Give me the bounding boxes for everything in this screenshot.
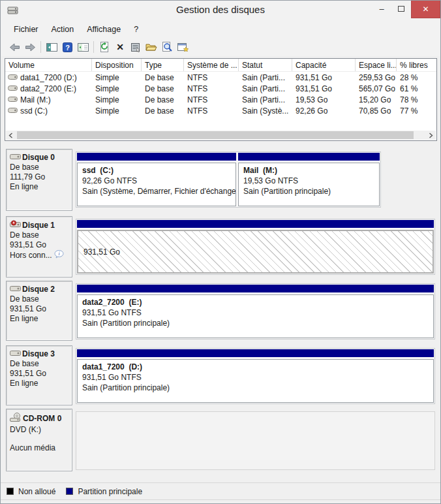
- volume-icon: [8, 73, 18, 82]
- partition-name: data2_7200 (E:): [82, 297, 429, 307]
- disk-status: En ligne: [10, 314, 69, 324]
- help-icon[interactable]: ?: [59, 39, 75, 55]
- partition-name: Mail (M:): [243, 165, 374, 176]
- disk0-band: ssd (C:) 92,26 Go NTFS Sain (Système, Dé…: [76, 151, 381, 208]
- toolbar-separator: [40, 41, 41, 53]
- partition-data2[interactable]: data2_7200 (E:) 931,51 Go NTFS Sain (Par…: [77, 285, 434, 338]
- disk1-info-panel[interactable]: Disque 1 De base 931,51 Go Hors conn...i: [6, 216, 72, 277]
- close-button[interactable]: ✕: [411, 1, 440, 18]
- disk-icon: [10, 349, 21, 359]
- partition-mail[interactable]: Mail (M:) 19,53 Go NTFS Sain (Partition …: [238, 153, 380, 206]
- disk-size: 931,51 Go: [10, 369, 69, 379]
- partition-status: Sain (Système, Démarrer, Fichier d'échan…: [82, 186, 231, 197]
- disk-type: De base: [10, 163, 69, 172]
- table-row[interactable]: Mail (M:) Simple De base NTFS Sain (Part…: [5, 94, 436, 105]
- table-row[interactable]: data1_7200 (D:) Simple De base NTFS Sain…: [5, 72, 436, 83]
- disk-management-window: Gestion des disques – ✕ Fichier Action A…: [0, 0, 441, 504]
- properties-icon[interactable]: [128, 39, 144, 55]
- disk-row-2: Disque 2 De base 931,51 Go En ligne data…: [6, 281, 435, 341]
- partition-size: 931,51 Go NTFS: [82, 307, 429, 318]
- disk-size: 931,51 Go: [10, 304, 69, 314]
- partition-type-strip: [77, 349, 434, 357]
- info-bubble-icon[interactable]: i: [54, 250, 64, 261]
- table-row[interactable]: ssd (C:) Simple De base NTFS Sain (Systè…: [5, 105, 436, 116]
- primary-partition-swatch: [66, 488, 73, 495]
- disk3-info-panel[interactable]: Disque 3 De base 931,51 Go En ligne: [6, 345, 72, 405]
- menu-bar: Fichier Action Affichage ?: [1, 21, 440, 38]
- legend-unallocated: Non alloué: [7, 487, 55, 496]
- minimize-button[interactable]: –: [372, 1, 391, 16]
- unallocated-swatch: [7, 488, 14, 495]
- menu-action[interactable]: Action: [45, 23, 81, 36]
- partition-status: Sain (Partition principale): [243, 186, 374, 197]
- refresh-icon[interactable]: [97, 39, 112, 55]
- horizontal-scrollbar[interactable]: [6, 131, 436, 140]
- disk-icon: [10, 153, 21, 163]
- cdrom-name: CD-ROM 0: [23, 414, 61, 424]
- cdrom-empty-area: [76, 411, 435, 470]
- cdrom-info-panel[interactable]: CD-ROM 0 DVD (K:) Aucun média: [6, 409, 72, 471]
- disk0-info-panel[interactable]: Disque 0 De base 111,79 Go En ligne: [6, 149, 72, 211]
- cdrom-drive-letter: DVD (K:): [10, 425, 69, 435]
- maximize-icon: [398, 6, 404, 12]
- menu-affichage[interactable]: Affichage: [80, 23, 127, 36]
- menu-help[interactable]: ?: [127, 23, 145, 36]
- back-icon[interactable]: [7, 39, 22, 55]
- partition-size: 931,51 Go NTFS: [82, 372, 429, 383]
- volume-icon: [8, 95, 18, 104]
- disk-type: De base: [10, 359, 69, 369]
- col-statut[interactable]: Statut: [239, 59, 292, 71]
- partition-ssd[interactable]: ssd (C:) 92,26 Go NTFS Sain (Système, Dé…: [77, 153, 236, 206]
- col-systeme[interactable]: Système de ...: [184, 59, 239, 71]
- delete-icon[interactable]: ✕: [112, 39, 128, 55]
- legend-bar: Non alloué Partition principale: [1, 482, 440, 500]
- partition-name: ssd (C:): [82, 165, 231, 176]
- disk1-band: 931,51 Go: [76, 219, 435, 275]
- partition-type-strip: [77, 285, 434, 292]
- scrollbar-thumb[interactable]: [17, 131, 414, 139]
- cdrom-media-status: Aucun média: [10, 443, 69, 453]
- maximize-button[interactable]: [391, 1, 411, 16]
- disk-type: De base: [10, 230, 69, 240]
- table-row[interactable]: data2_7200 (E:) Simple De base NTFS Sain…: [5, 83, 436, 94]
- partition-size: 19,53 Go NTFS: [243, 176, 374, 186]
- disk2-info-panel[interactable]: Disque 2 De base 931,51 Go En ligne: [6, 281, 72, 341]
- col-capacite[interactable]: Capacité: [292, 59, 356, 71]
- disk2-band: data2_7200 (E:) 931,51 Go NTFS Sain (Par…: [76, 283, 435, 339]
- toolbar: ? ✕: [1, 38, 440, 56]
- partition-size: 92,26 Go NTFS: [82, 176, 231, 186]
- disk-name: Disque 2: [22, 285, 55, 294]
- console-tree-icon[interactable]: [44, 39, 59, 55]
- disk-status: En ligne: [10, 182, 69, 192]
- forward-icon[interactable]: [22, 39, 38, 55]
- disk3-band: data1_7200 (D:) 931,51 Go NTFS Sain (Par…: [76, 348, 435, 404]
- scroll-right-icon[interactable]: [426, 131, 436, 140]
- partition-type-strip: [77, 153, 236, 161]
- cdrom-row: CD-ROM 0 DVD (K:) Aucun média: [6, 409, 435, 471]
- partition-data1[interactable]: data1_7200 (D:) 931,51 Go NTFS Sain (Par…: [77, 349, 434, 403]
- legend-label: Non alloué: [18, 487, 55, 496]
- unallocated-size: 931,51 Go: [84, 247, 120, 257]
- col-volume[interactable]: Volume: [5, 59, 92, 71]
- show-hide-panel-icon[interactable]: [75, 39, 91, 55]
- menu-fichier[interactable]: Fichier: [7, 23, 45, 36]
- disk-row-1: Disque 1 De base 931,51 Go Hors conn...i…: [6, 216, 435, 277]
- legend-primary-partition: Partition principale: [66, 487, 142, 496]
- partition-type-strip: [238, 153, 380, 161]
- disk-name: Disque 1: [22, 221, 55, 230]
- col-disposition[interactable]: Disposition: [92, 59, 142, 71]
- scroll-left-icon[interactable]: [6, 131, 16, 140]
- legend-label: Partition principale: [78, 487, 142, 496]
- disk-size: 931,51 Go: [10, 240, 69, 250]
- unallocated-region[interactable]: 931,51 Go: [77, 220, 434, 274]
- manage-window-icon[interactable]: [175, 39, 190, 55]
- search-icon[interactable]: [159, 39, 175, 55]
- open-folder-icon[interactable]: [144, 39, 159, 55]
- col-type[interactable]: Type: [142, 59, 184, 71]
- volume-icon: [8, 84, 18, 93]
- toolbar-separator: [93, 41, 94, 53]
- col-libres[interactable]: % libres: [397, 59, 436, 71]
- col-espace[interactable]: Espace li...: [356, 59, 397, 71]
- volume-icon: [8, 106, 18, 116]
- disk-name: Disque 0: [22, 153, 55, 163]
